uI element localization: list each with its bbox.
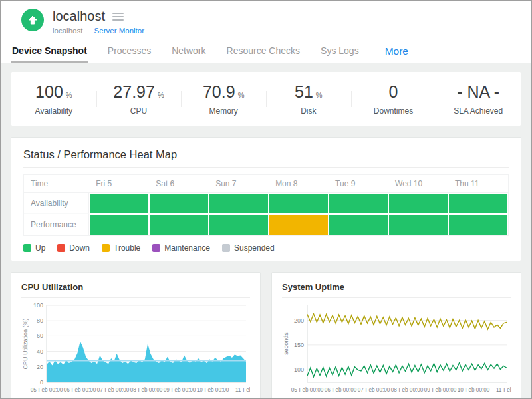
svg-text:09-Feb 00:00: 09-Feb 00:00 (424, 387, 457, 393)
tab-bar: Device SnapshotProcessesNetworkResource … (1, 35, 531, 63)
legend-swatch-icon (57, 244, 65, 252)
svg-text:06-Feb 00:00: 06-Feb 00:00 (325, 387, 357, 393)
tab-processes[interactable]: Processes (106, 43, 152, 63)
stat-value: 70.9 (203, 82, 235, 101)
stat-memory: 70.9%Memory (181, 82, 266, 116)
heatmap-cell-performance-sat-6[interactable] (149, 214, 209, 235)
svg-text:60: 60 (37, 332, 43, 339)
summary-stats-bar: 100%Availability27.97%CPU70.9%Memory51%D… (11, 72, 521, 126)
uptime-chart-title: System Uptime (282, 281, 511, 298)
svg-text:100: 100 (33, 302, 43, 309)
heatmap-legend: UpDownTroubleMaintenanceSuspended (23, 243, 509, 253)
heatmap-col-header: Wed 10 (388, 175, 448, 193)
stat-unit: % (66, 91, 72, 99)
heatmap-cell-performance-wed-10[interactable] (388, 214, 448, 235)
stat-label: SLA Achieved (436, 106, 521, 116)
heatmap-cell-availability-fri-5[interactable] (89, 193, 149, 214)
legend-item-maintenance: Maintenance (152, 243, 210, 253)
stat-cpu: 27.97%CPU (96, 82, 182, 116)
tab-network[interactable]: Network (170, 43, 207, 63)
heatmap-cell-availability-sun-7[interactable] (209, 193, 269, 214)
stat-label: Memory (181, 106, 266, 116)
heatmap-col-header: Thu 11 (448, 175, 508, 193)
heatmap-cell-availability-sat-6[interactable] (149, 193, 209, 214)
heatmap-row-label: Performance (24, 214, 89, 235)
heatmap-cell-performance-fri-5[interactable] (89, 214, 149, 235)
svg-text:10-Feb 00:00: 10-Feb 00:00 (197, 387, 229, 393)
system-uptime-card: System Uptime 10015020005-Feb 00:0006-Fe… (271, 272, 521, 399)
legend-label: Trouble (114, 243, 140, 253)
tab-resource-checks[interactable]: Resource Checks (225, 43, 302, 63)
heatmap-row-performance: Performance (24, 214, 508, 235)
tab-sys-logs[interactable]: Sys Logs (319, 43, 360, 63)
heatmap-card: Status / Performance Heat Map TimeFri 5S… (11, 137, 521, 261)
legend-item-suspended: Suspended (222, 243, 275, 253)
heatmap-cell-availability-tue-9[interactable] (329, 193, 388, 214)
heatmap-cell-availability-wed-10[interactable] (388, 193, 448, 214)
breadcrumb-monitor-type-link[interactable]: Server Monitor (94, 27, 144, 35)
app-window: localhost localhost Server Monitor Devic… (0, 0, 532, 399)
svg-text:0: 0 (40, 379, 43, 386)
legend-swatch-icon (23, 244, 31, 252)
legend-label: Suspended (234, 243, 275, 253)
heatmap-table: TimeFri 5Sat 6Sun 7Mon 8Tue 9Wed 10Thu 1… (23, 174, 509, 236)
heatmap-col-header: Time (24, 175, 89, 193)
legend-item-down: Down (57, 243, 90, 253)
stat-sla-achieved: - NA -SLA Achieved (436, 82, 521, 116)
breadcrumb-host: localhost (53, 27, 82, 35)
legend-label: Up (35, 243, 45, 253)
svg-text:09-Feb 00:00: 09-Feb 00:00 (164, 387, 196, 393)
heatmap-col-header: Sun 7 (209, 175, 269, 193)
stat-label: Availability (11, 106, 96, 116)
heatmap-col-header: Sat 6 (149, 175, 209, 193)
heatmap-cell-performance-sun-7[interactable] (209, 214, 269, 235)
svg-text:80: 80 (37, 317, 43, 324)
legend-item-up: Up (23, 243, 45, 253)
heatmap-col-header: Tue 9 (329, 175, 388, 193)
svg-text:11-Feb 0: 11-Feb 0 (235, 387, 250, 393)
heatmap-cell-availability-thu-11[interactable] (448, 193, 508, 214)
svg-text:seconds: seconds (283, 332, 289, 355)
svg-text:CPU Utilization (%): CPU Utilization (%) (22, 318, 29, 369)
legend-label: Down (69, 243, 90, 253)
svg-text:06-Feb 00:00: 06-Feb 00:00 (64, 387, 96, 393)
stat-label: Disk (266, 106, 351, 116)
legend-item-trouble: Trouble (102, 243, 140, 253)
up-arrow-icon (27, 15, 38, 25)
stat-value: 100 (35, 82, 63, 101)
heatmap-cell-performance-thu-11[interactable] (448, 214, 508, 235)
svg-text:11-Feb 0: 11-Feb 0 (496, 387, 511, 393)
stat-value: 51 (295, 82, 313, 101)
tab-more[interactable]: More (384, 45, 410, 63)
svg-text:10-Feb 00:00: 10-Feb 00:00 (458, 387, 490, 393)
cpu-chart-title: CPU Utilization (21, 281, 250, 298)
hamburger-menu-icon[interactable] (112, 9, 124, 24)
heatmap-cell-performance-tue-9[interactable] (329, 214, 388, 235)
monitor-status-icon (21, 9, 44, 31)
stat-unit: % (238, 91, 245, 99)
cpu-utilization-chart[interactable]: 02040608010005-Feb 00:0006-Feb 00:0007-F… (21, 301, 250, 399)
stat-value: 0 (389, 82, 398, 101)
heatmap-row-availability: Availability (24, 193, 508, 214)
page-title: localhost (53, 9, 105, 24)
svg-text:07-Feb 00:00: 07-Feb 00:00 (97, 387, 130, 393)
svg-text:08-Feb 00:00: 08-Feb 00:00 (130, 387, 163, 393)
stat-label: Downtimes (351, 106, 436, 116)
svg-text:05-Feb 00:00: 05-Feb 00:00 (31, 387, 63, 393)
heatmap-col-header: Mon 8 (269, 175, 329, 193)
heatmap-cell-availability-mon-8[interactable] (269, 193, 329, 214)
svg-text:150: 150 (294, 342, 304, 348)
stat-unit: % (158, 91, 164, 99)
svg-text:05-Feb 00:00: 05-Feb 00:00 (291, 387, 324, 393)
heatmap-cell-performance-mon-8[interactable] (269, 214, 329, 235)
svg-text:07-Feb 00:00: 07-Feb 00:00 (358, 387, 390, 393)
tab-device-snapshot[interactable]: Device Snapshot (11, 43, 88, 63)
legend-swatch-icon (222, 244, 230, 252)
stat-value: - NA - (457, 82, 499, 101)
content-area: 100%Availability27.97%CPU70.9%Memory51%D… (1, 63, 531, 399)
svg-text:200: 200 (294, 317, 304, 324)
system-uptime-chart[interactable]: 10015020005-Feb 00:0006-Feb 00:0007-Feb … (282, 301, 511, 399)
legend-swatch-icon (152, 244, 160, 252)
page-header: localhost localhost Server Monitor Devic… (1, 1, 531, 63)
heatmap-title: Status / Performance Heat Map (23, 146, 509, 168)
